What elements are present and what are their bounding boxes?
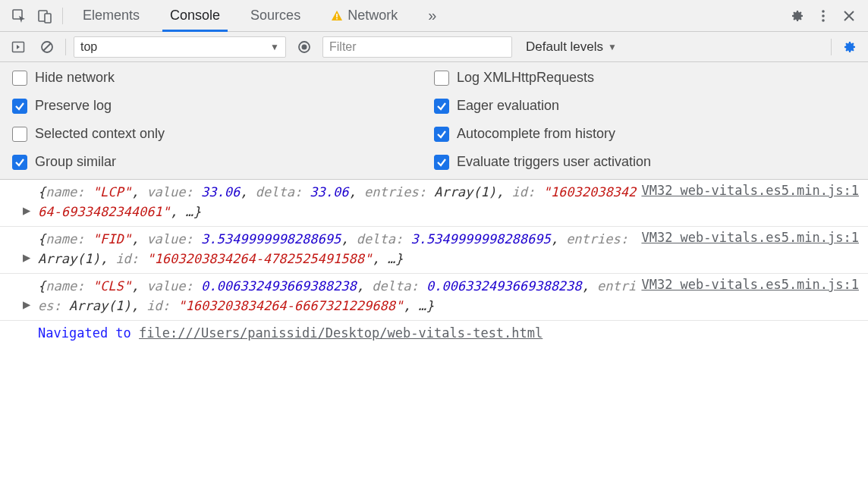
- settings-gear-icon[interactable]: [785, 3, 810, 29]
- hide-network-checkbox[interactable]: Hide network: [12, 70, 434, 86]
- log-entry: VM32 web-vitals.es5.min.js:1 ▶ {name: "C…: [0, 274, 868, 321]
- execution-context-select[interactable]: top ▼: [74, 36, 286, 58]
- eval-triggers-checkbox[interactable]: Evaluate triggers user activation: [434, 154, 856, 170]
- label: Log XMLHttpRequests: [457, 70, 594, 86]
- group-similar-checkbox[interactable]: Group similar: [12, 154, 434, 170]
- label: Hide network: [35, 70, 115, 86]
- divider: [62, 8, 63, 24]
- tab-network-label: Network: [348, 8, 398, 24]
- log-levels-select[interactable]: Default levels ▼: [520, 39, 617, 55]
- log-entry: VM32 web-vitals.es5.min.js:1 ▶ {name: "L…: [0, 180, 868, 227]
- source-link[interactable]: VM32 web-vitals.es5.min.js:1: [641, 230, 859, 245]
- sidebar-toggle-icon[interactable]: [8, 36, 29, 58]
- kebab-menu-icon[interactable]: [810, 3, 836, 29]
- label: Evaluate triggers user activation: [457, 154, 651, 170]
- expand-arrow-icon[interactable]: ▶: [23, 297, 30, 312]
- label: Eager evaluation: [457, 98, 559, 114]
- levels-label: Default levels: [526, 39, 603, 55]
- label: Autocomplete from history: [457, 126, 615, 142]
- devtools-tab-bar: Elements Console Sources Network »: [0, 0, 868, 32]
- tab-console[interactable]: Console: [155, 0, 235, 32]
- source-link[interactable]: VM32 web-vitals.es5.min.js:1: [641, 277, 859, 292]
- svg-rect-4: [336, 18, 338, 20]
- svg-point-11: [302, 44, 307, 49]
- autocomplete-checkbox[interactable]: Autocomplete from history: [434, 126, 856, 142]
- log-entry: VM32 web-vitals.es5.min.js:1 ▶ {name: "F…: [0, 227, 868, 274]
- svg-rect-3: [336, 14, 338, 17]
- label: Preserve log: [35, 98, 112, 114]
- navigation-message: Navigated to file:///Users/panissidi/Des…: [0, 321, 868, 345]
- expand-arrow-icon[interactable]: ▶: [23, 203, 30, 218]
- console-log-area: VM32 web-vitals.es5.min.js:1 ▶ {name: "L…: [0, 180, 868, 345]
- console-toolbar: top ▼ Default levels ▼: [0, 32, 868, 62]
- expand-arrow-icon[interactable]: ▶: [23, 250, 30, 265]
- eager-eval-checkbox[interactable]: Eager evaluation: [434, 98, 856, 114]
- filter-input[interactable]: [322, 36, 512, 58]
- context-value: top: [80, 40, 97, 54]
- console-settings-panel: Hide network Log XMLHttpRequests Preserv…: [0, 62, 868, 180]
- nav-url[interactable]: file:///Users/panissidi/Desktop/web-vita…: [139, 325, 542, 341]
- tab-network[interactable]: Network: [316, 0, 413, 32]
- svg-point-5: [822, 10, 825, 13]
- chevron-down-icon: ▼: [270, 42, 279, 52]
- live-expression-icon[interactable]: [294, 36, 315, 58]
- clear-console-icon[interactable]: [36, 36, 58, 58]
- nav-label: Navigated to: [38, 325, 139, 341]
- tab-elements[interactable]: Elements: [68, 0, 155, 32]
- svg-point-7: [822, 19, 825, 22]
- device-toggle-icon[interactable]: [32, 3, 58, 29]
- inspect-element-icon[interactable]: [6, 3, 32, 29]
- preserve-log-checkbox[interactable]: Preserve log: [12, 98, 434, 114]
- tabs-overflow[interactable]: »: [413, 0, 451, 32]
- source-link[interactable]: VM32 web-vitals.es5.min.js:1: [641, 183, 859, 198]
- svg-point-6: [822, 14, 825, 17]
- svg-rect-2: [45, 14, 51, 23]
- chevron-down-icon: ▼: [608, 42, 617, 52]
- tabs: Elements Console Sources Network »: [68, 0, 451, 32]
- selected-context-checkbox[interactable]: Selected context only: [12, 126, 434, 142]
- label: Selected context only: [35, 126, 165, 142]
- warning-icon: [331, 10, 343, 22]
- label: Group similar: [35, 154, 116, 170]
- divider: [65, 39, 66, 55]
- console-settings-gear-icon[interactable]: [839, 36, 860, 58]
- divider: [831, 39, 832, 55]
- tab-sources[interactable]: Sources: [235, 0, 316, 32]
- log-xhr-checkbox[interactable]: Log XMLHttpRequests: [434, 70, 856, 86]
- close-icon[interactable]: [836, 3, 862, 29]
